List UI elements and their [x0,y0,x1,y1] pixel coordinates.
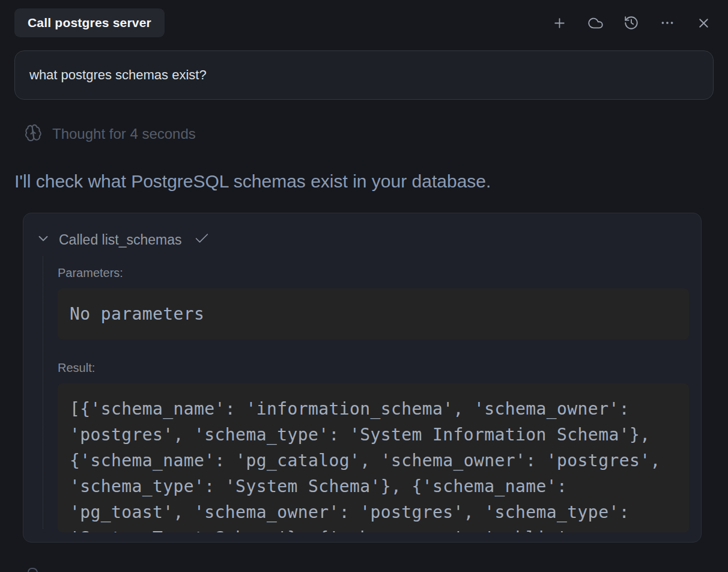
clipped-next-content [28,568,38,572]
conversation-title[interactable]: Call postgres server [14,8,165,37]
result-line: 'System Toast Schema'}, {'schema_name': … [70,525,677,532]
tool-call-header[interactable]: Called list_schemas [23,213,701,249]
window-actions [551,8,714,37]
more-options-button[interactable] [660,15,675,31]
result-line: 'schema_type': 'System Schema'}, {'schem… [70,473,677,499]
result-line: 'pg_toast', 'schema_owner': 'postgres', … [70,499,677,525]
result-line: {'schema_name': 'pg_catalog', 'schema_ow… [70,448,677,473]
success-check-icon [193,230,210,249]
new-chat-button[interactable] [551,15,567,31]
result-label: Result: [58,361,689,375]
thought-label: Thought for 4 seconds [52,126,196,142]
tool-call-card: Called list_schemas Parameters: No param… [23,213,702,543]
tool-call-body: Parameters: No parameters Result: [{'sch… [23,266,701,542]
parameters-value: No parameters [70,301,677,327]
ellipsis-icon [660,15,675,31]
history-icon [623,15,639,31]
cloud-icon [587,15,604,31]
parameters-label: Parameters: [58,266,689,280]
result-line: [{'schema_name': 'information_schema', '… [70,396,677,422]
user-prompt-box[interactable]: what postgres schemas exist? [14,50,714,100]
plus-icon [552,16,567,31]
brain-icon [24,124,42,144]
thought-summary[interactable]: Thought for 4 seconds [24,124,714,144]
chat-window: Call postgres server [0,0,728,572]
user-prompt-text: what postgres schemas exist? [29,67,207,83]
history-button[interactable] [623,15,639,31]
assistant-message: I'll check what PostgreSQL schemas exist… [14,169,714,193]
collapse-guide-line [43,257,43,529]
cloud-sync-button[interactable] [587,15,603,31]
parameters-code-block: No parameters [58,288,689,339]
top-bar: Call postgres server [14,0,714,37]
tool-call-title: Called list_schemas [59,232,182,248]
chevron-down-icon [35,231,51,249]
close-button[interactable] [696,15,711,31]
close-icon [696,16,711,31]
result-line: 'postgres', 'schema_type': 'System Infor… [70,422,677,448]
result-code-block[interactable]: [{'schema_name': 'information_schema', '… [58,383,689,532]
